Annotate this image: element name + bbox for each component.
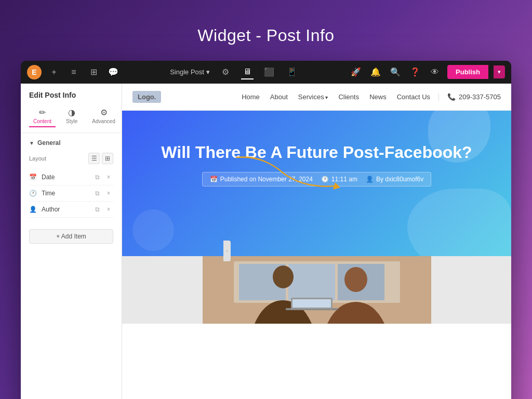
sidebar: Edit Post Info ✏ Content ◑ Style ⚙ Advan — [21, 84, 122, 399]
section-header-general: ▼ General — [29, 139, 113, 147]
date-field-row: 📅 Date ⧉ × — [29, 169, 113, 185]
post-time-icon: 🕐 — [321, 176, 329, 183]
time-remove-btn[interactable]: × — [104, 189, 113, 198]
device-buttons: 🖥 ⬛ 📱 — [241, 65, 299, 79]
toolbar-right: 🚀 🔔 🔍 ❓ 👁 Publish ▾ — [349, 65, 505, 79]
page-settings-btn[interactable]: ⚙ — [218, 65, 233, 79]
author-field-icon: 👤 — [29, 206, 38, 213]
post-info-bar: 📅 Published on November 27, 2024 🕐 11:11… — [202, 172, 432, 187]
content-tab-icon: ✏ — [39, 108, 46, 117]
svg-rect-10 — [292, 299, 331, 308]
post-time-item: 🕐 11:11 am — [321, 176, 357, 183]
photo-container — [203, 256, 431, 324]
nav-item-about[interactable]: About — [270, 93, 288, 101]
website-preview: Logo. Home About Services Clients News C… — [122, 84, 511, 399]
post-date-icon: 📅 — [210, 176, 218, 183]
site-logo: Logo. — [132, 91, 161, 103]
hero-blob-3 — [132, 209, 174, 251]
nav-item-clients[interactable]: Clients — [338, 93, 359, 101]
tab-advanced[interactable]: ⚙ Advanced — [88, 105, 119, 127]
site-contact: 📞 209-337-5705 — [438, 93, 501, 101]
page-selector[interactable]: Single Post ▾ — [170, 68, 210, 76]
nav-item-services[interactable]: Services — [298, 93, 328, 101]
sidebar-tabs: ✏ Content ◑ Style ⚙ Advanced — [29, 105, 113, 127]
elementor-icon[interactable]: E — [27, 65, 42, 79]
hero-section: Will There Be A Future Post-Facebook? 📅 … — [122, 111, 511, 256]
svg-point-7 — [344, 267, 367, 292]
layout-grid-btn[interactable]: ⊞ — [102, 153, 113, 164]
site-menu: Home About Services Clients News Contact… — [242, 93, 430, 101]
mobile-btn[interactable]: 📱 — [285, 65, 299, 79]
nav-item-contact[interactable]: Contact Us — [397, 93, 430, 101]
author-field-row: 👤 Author ⧉ × — [29, 202, 113, 218]
tablet-btn[interactable]: ⬛ — [262, 65, 276, 79]
comments-button[interactable]: 💬 — [106, 65, 121, 79]
layout-label: Layout — [29, 155, 46, 162]
publish-dropdown-button[interactable]: ▾ — [494, 65, 505, 78]
style-tab-icon: ◑ — [68, 108, 75, 117]
author-remove-btn[interactable]: × — [104, 205, 113, 214]
photo-svg — [203, 256, 431, 324]
author-field-actions: ⧉ × — [92, 205, 113, 214]
sidebar-title: Edit Post Info — [29, 91, 113, 99]
page-title: Widget - Post Info — [197, 26, 334, 45]
advanced-tab-icon: ⚙ — [100, 108, 108, 117]
time-field-icon: 🕐 — [29, 190, 38, 197]
date-duplicate-btn[interactable]: ⧉ — [92, 172, 102, 182]
section-arrow-icon: ▼ — [29, 140, 34, 146]
author-duplicate-btn[interactable]: ⧉ — [92, 205, 102, 214]
layout-inline-btn[interactable]: ☰ — [88, 153, 100, 164]
settings-button[interactable]: ≡ — [66, 65, 81, 79]
sidebar-handle[interactable]: ‹ — [223, 241, 231, 261]
eye-btn[interactable]: 👁 — [428, 65, 442, 79]
add-item-button[interactable]: + Add Item — [29, 229, 113, 244]
tab-content[interactable]: ✏ Content — [29, 105, 56, 127]
post-time-text: 11:11 am — [331, 176, 357, 183]
layout-buttons: ☰ ⊞ — [88, 153, 113, 164]
site-nav: Logo. Home About Services Clients News C… — [122, 84, 511, 111]
phone-icon: 📞 — [447, 93, 456, 101]
general-section: ▼ General Layout ☰ ⊞ 📅 Date — [21, 133, 122, 224]
layers-button[interactable]: ⊞ — [86, 65, 101, 79]
post-date-text: Published on November 27, 2024 — [220, 176, 313, 183]
date-field-actions: ⧉ × — [92, 172, 113, 182]
hero-blob-2 — [407, 189, 511, 256]
toolbar-left: E + ≡ ⊞ 💬 — [27, 65, 121, 79]
photo-section — [122, 256, 511, 324]
publish-button[interactable]: Publish — [447, 65, 488, 79]
date-field-icon: 📅 — [29, 174, 38, 181]
help-btn[interactable]: ❓ — [408, 65, 422, 79]
add-button[interactable]: + — [47, 65, 61, 79]
nav-item-home[interactable]: Home — [242, 93, 260, 101]
app-window: E + ≡ ⊞ 💬 Single Post ▾ ⚙ 🖥 ⬛ 📱 � — [21, 61, 511, 399]
preview-area: Logo. Home About Services Clients News C… — [122, 84, 511, 399]
sidebar-header: Edit Post Info ✏ Content ◑ Style ⚙ Advan — [21, 84, 122, 133]
nav-item-news[interactable]: News — [369, 93, 387, 101]
date-remove-btn[interactable]: × — [104, 172, 113, 182]
phone-number: 209-337-5705 — [459, 93, 501, 101]
post-author-icon: 👤 — [366, 176, 374, 183]
toolbar-center: Single Post ▾ ⚙ 🖥 ⬛ 📱 — [125, 65, 344, 79]
svg-rect-4 — [288, 264, 335, 300]
hero-title: Will There Be A Future Post-Facebook? — [161, 142, 473, 164]
time-field-actions: ⧉ × — [92, 189, 113, 198]
time-duplicate-btn[interactable]: ⧉ — [92, 189, 102, 198]
time-field-row: 🕐 Time ⧉ × — [29, 185, 113, 202]
tab-style[interactable]: ◑ Style — [62, 105, 82, 127]
main-area: Edit Post Info ✏ Content ◑ Style ⚙ Advan — [21, 84, 511, 399]
page-wrapper: Widget - Post Info E + ≡ ⊞ 💬 Single Post… — [10, 10, 522, 399]
post-author-item: 👤 By dxic80umof6v — [366, 176, 423, 183]
svg-point-6 — [273, 265, 294, 288]
search-btn[interactable]: 🔍 — [388, 65, 403, 79]
hero-content: Will There Be A Future Post-Facebook? 📅 … — [161, 142, 473, 187]
post-date-item: 📅 Published on November 27, 2024 — [210, 176, 313, 183]
desktop-btn[interactable]: 🖥 — [241, 65, 254, 79]
flag-btn[interactable]: 🔔 — [368, 65, 383, 79]
post-author-text: By dxic80umof6v — [376, 176, 423, 183]
toolbar: E + ≡ ⊞ 💬 Single Post ▾ ⚙ 🖥 ⬛ 📱 � — [21, 61, 511, 84]
layout-row: Layout ☰ ⊞ — [29, 153, 113, 164]
rocket-btn[interactable]: 🚀 — [349, 65, 363, 79]
